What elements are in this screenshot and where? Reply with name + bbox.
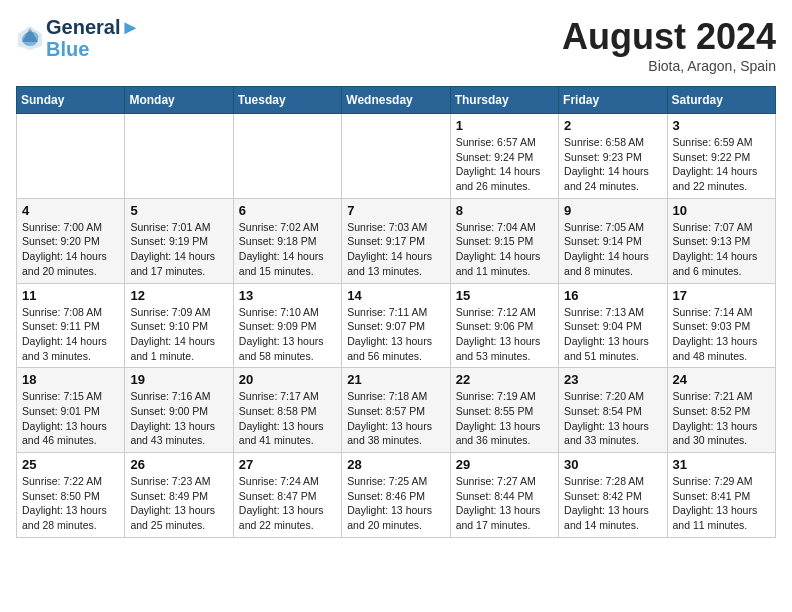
day-cell: 20Sunrise: 7:17 AM Sunset: 8:58 PM Dayli… [233, 368, 341, 453]
day-number: 6 [239, 203, 336, 218]
day-cell: 28Sunrise: 7:25 AM Sunset: 8:46 PM Dayli… [342, 453, 450, 538]
week-row-5: 25Sunrise: 7:22 AM Sunset: 8:50 PM Dayli… [17, 453, 776, 538]
day-number: 15 [456, 288, 553, 303]
day-cell: 7Sunrise: 7:03 AM Sunset: 9:17 PM Daylig… [342, 198, 450, 283]
day-number: 21 [347, 372, 444, 387]
location: Biota, Aragon, Spain [562, 58, 776, 74]
day-cell: 19Sunrise: 7:16 AM Sunset: 9:00 PM Dayli… [125, 368, 233, 453]
day-number: 17 [673, 288, 770, 303]
day-number: 4 [22, 203, 119, 218]
day-number: 16 [564, 288, 661, 303]
day-number: 3 [673, 118, 770, 133]
day-info: Sunrise: 7:01 AM Sunset: 9:19 PM Dayligh… [130, 220, 227, 279]
col-header-monday: Monday [125, 87, 233, 114]
day-cell: 23Sunrise: 7:20 AM Sunset: 8:54 PM Dayli… [559, 368, 667, 453]
day-info: Sunrise: 7:14 AM Sunset: 9:03 PM Dayligh… [673, 305, 770, 364]
day-cell: 8Sunrise: 7:04 AM Sunset: 9:15 PM Daylig… [450, 198, 558, 283]
day-number: 29 [456, 457, 553, 472]
day-number: 5 [130, 203, 227, 218]
day-info: Sunrise: 7:15 AM Sunset: 9:01 PM Dayligh… [22, 389, 119, 448]
day-info: Sunrise: 6:57 AM Sunset: 9:24 PM Dayligh… [456, 135, 553, 194]
day-info: Sunrise: 7:03 AM Sunset: 9:17 PM Dayligh… [347, 220, 444, 279]
day-number: 30 [564, 457, 661, 472]
logo-icon [16, 24, 44, 52]
day-cell: 21Sunrise: 7:18 AM Sunset: 8:57 PM Dayli… [342, 368, 450, 453]
day-number: 20 [239, 372, 336, 387]
day-number: 8 [456, 203, 553, 218]
day-number: 1 [456, 118, 553, 133]
day-info: Sunrise: 7:16 AM Sunset: 9:00 PM Dayligh… [130, 389, 227, 448]
day-info: Sunrise: 7:17 AM Sunset: 8:58 PM Dayligh… [239, 389, 336, 448]
day-info: Sunrise: 7:08 AM Sunset: 9:11 PM Dayligh… [22, 305, 119, 364]
day-info: Sunrise: 7:23 AM Sunset: 8:49 PM Dayligh… [130, 474, 227, 533]
day-info: Sunrise: 7:11 AM Sunset: 9:07 PM Dayligh… [347, 305, 444, 364]
day-cell [342, 114, 450, 199]
day-number: 19 [130, 372, 227, 387]
day-cell: 30Sunrise: 7:28 AM Sunset: 8:42 PM Dayli… [559, 453, 667, 538]
week-row-1: 1Sunrise: 6:57 AM Sunset: 9:24 PM Daylig… [17, 114, 776, 199]
col-header-thursday: Thursday [450, 87, 558, 114]
day-cell: 6Sunrise: 7:02 AM Sunset: 9:18 PM Daylig… [233, 198, 341, 283]
day-info: Sunrise: 7:21 AM Sunset: 8:52 PM Dayligh… [673, 389, 770, 448]
title-block: August 2024 Biota, Aragon, Spain [562, 16, 776, 74]
day-number: 31 [673, 457, 770, 472]
day-cell [233, 114, 341, 199]
day-cell: 16Sunrise: 7:13 AM Sunset: 9:04 PM Dayli… [559, 283, 667, 368]
day-info: Sunrise: 6:59 AM Sunset: 9:22 PM Dayligh… [673, 135, 770, 194]
week-row-4: 18Sunrise: 7:15 AM Sunset: 9:01 PM Dayli… [17, 368, 776, 453]
col-header-sunday: Sunday [17, 87, 125, 114]
day-info: Sunrise: 7:02 AM Sunset: 9:18 PM Dayligh… [239, 220, 336, 279]
day-info: Sunrise: 6:58 AM Sunset: 9:23 PM Dayligh… [564, 135, 661, 194]
day-cell: 14Sunrise: 7:11 AM Sunset: 9:07 PM Dayli… [342, 283, 450, 368]
day-cell: 1Sunrise: 6:57 AM Sunset: 9:24 PM Daylig… [450, 114, 558, 199]
day-number: 18 [22, 372, 119, 387]
day-cell: 2Sunrise: 6:58 AM Sunset: 9:23 PM Daylig… [559, 114, 667, 199]
day-number: 27 [239, 457, 336, 472]
day-cell: 22Sunrise: 7:19 AM Sunset: 8:55 PM Dayli… [450, 368, 558, 453]
day-cell: 31Sunrise: 7:29 AM Sunset: 8:41 PM Dayli… [667, 453, 775, 538]
day-cell: 24Sunrise: 7:21 AM Sunset: 8:52 PM Dayli… [667, 368, 775, 453]
day-cell: 15Sunrise: 7:12 AM Sunset: 9:06 PM Dayli… [450, 283, 558, 368]
day-cell [17, 114, 125, 199]
day-cell: 3Sunrise: 6:59 AM Sunset: 9:22 PM Daylig… [667, 114, 775, 199]
day-number: 11 [22, 288, 119, 303]
week-row-3: 11Sunrise: 7:08 AM Sunset: 9:11 PM Dayli… [17, 283, 776, 368]
day-cell: 26Sunrise: 7:23 AM Sunset: 8:49 PM Dayli… [125, 453, 233, 538]
month-title: August 2024 [562, 16, 776, 58]
day-number: 26 [130, 457, 227, 472]
day-number: 25 [22, 457, 119, 472]
day-info: Sunrise: 7:00 AM Sunset: 9:20 PM Dayligh… [22, 220, 119, 279]
col-header-saturday: Saturday [667, 87, 775, 114]
day-number: 28 [347, 457, 444, 472]
day-cell: 4Sunrise: 7:00 AM Sunset: 9:20 PM Daylig… [17, 198, 125, 283]
col-header-tuesday: Tuesday [233, 87, 341, 114]
day-number: 2 [564, 118, 661, 133]
logo-text: General► Blue [46, 16, 140, 60]
day-info: Sunrise: 7:07 AM Sunset: 9:13 PM Dayligh… [673, 220, 770, 279]
day-info: Sunrise: 7:12 AM Sunset: 9:06 PM Dayligh… [456, 305, 553, 364]
col-header-friday: Friday [559, 87, 667, 114]
day-cell: 5Sunrise: 7:01 AM Sunset: 9:19 PM Daylig… [125, 198, 233, 283]
day-info: Sunrise: 7:22 AM Sunset: 8:50 PM Dayligh… [22, 474, 119, 533]
day-cell: 12Sunrise: 7:09 AM Sunset: 9:10 PM Dayli… [125, 283, 233, 368]
day-number: 22 [456, 372, 553, 387]
day-cell: 18Sunrise: 7:15 AM Sunset: 9:01 PM Dayli… [17, 368, 125, 453]
day-number: 12 [130, 288, 227, 303]
page-header: General► Blue August 2024 Biota, Aragon,… [16, 16, 776, 74]
calendar-table: SundayMondayTuesdayWednesdayThursdayFrid… [16, 86, 776, 538]
day-number: 23 [564, 372, 661, 387]
day-info: Sunrise: 7:29 AM Sunset: 8:41 PM Dayligh… [673, 474, 770, 533]
day-cell: 9Sunrise: 7:05 AM Sunset: 9:14 PM Daylig… [559, 198, 667, 283]
day-info: Sunrise: 7:05 AM Sunset: 9:14 PM Dayligh… [564, 220, 661, 279]
day-number: 24 [673, 372, 770, 387]
day-info: Sunrise: 7:19 AM Sunset: 8:55 PM Dayligh… [456, 389, 553, 448]
day-number: 10 [673, 203, 770, 218]
day-cell: 13Sunrise: 7:10 AM Sunset: 9:09 PM Dayli… [233, 283, 341, 368]
day-cell: 27Sunrise: 7:24 AM Sunset: 8:47 PM Dayli… [233, 453, 341, 538]
day-info: Sunrise: 7:09 AM Sunset: 9:10 PM Dayligh… [130, 305, 227, 364]
logo: General► Blue [16, 16, 140, 60]
day-info: Sunrise: 7:04 AM Sunset: 9:15 PM Dayligh… [456, 220, 553, 279]
day-number: 9 [564, 203, 661, 218]
col-header-wednesday: Wednesday [342, 87, 450, 114]
day-number: 13 [239, 288, 336, 303]
